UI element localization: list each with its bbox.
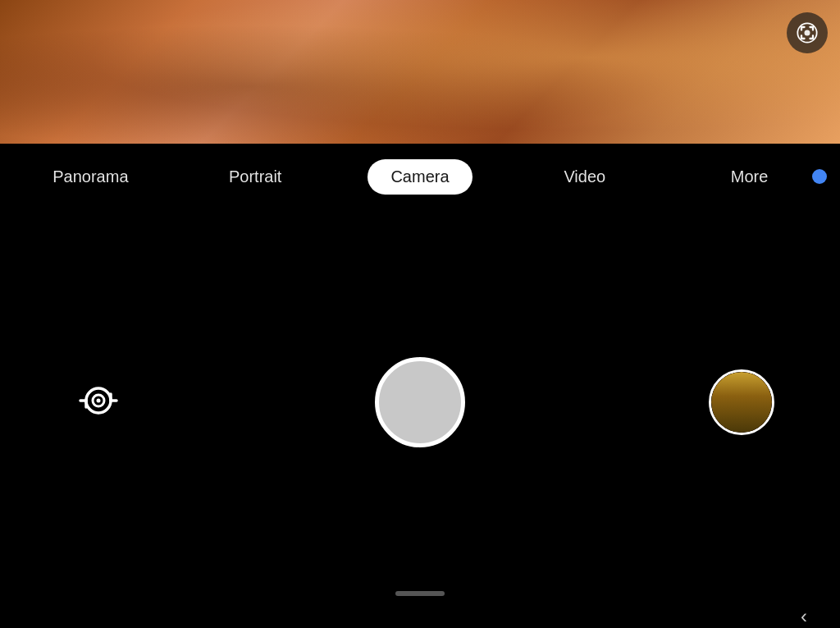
flip-camera-button[interactable] [66, 369, 131, 435]
svg-point-1 [805, 30, 810, 36]
svg-rect-7 [728, 383, 733, 390]
shutter-button[interactable] [375, 357, 465, 447]
home-indicator[interactable] [395, 591, 445, 596]
svg-point-13 [744, 403, 760, 419]
svg-rect-5 [711, 372, 772, 433]
svg-rect-11 [745, 392, 755, 406]
notification-dot [812, 169, 827, 184]
svg-rect-12 [718, 401, 734, 404]
svg-point-3 [97, 399, 101, 403]
mode-camera[interactable]: Camera [338, 144, 503, 209]
mode-panorama[interactable]: Panorama [8, 144, 173, 209]
mode-portrait[interactable]: Portrait [173, 144, 338, 209]
mode-video[interactable]: Video [502, 144, 667, 209]
svg-rect-10 [747, 378, 753, 387]
mode-more[interactable]: More [667, 144, 832, 209]
gallery-thumbnail[interactable] [709, 369, 774, 435]
back-button[interactable]: ‹ [801, 605, 807, 628]
google-lens-button[interactable] [787, 12, 828, 53]
camera-mode-bar: Panorama Portrait Camera Video More [0, 144, 840, 209]
camera-viewfinder [0, 0, 840, 144]
svg-rect-8 [727, 395, 735, 406]
bottom-navigation-bar: ‹ [0, 579, 840, 628]
svg-rect-6 [726, 388, 736, 417]
svg-rect-4 [711, 372, 772, 433]
camera-controls [0, 226, 840, 579]
svg-rect-9 [744, 384, 756, 419]
